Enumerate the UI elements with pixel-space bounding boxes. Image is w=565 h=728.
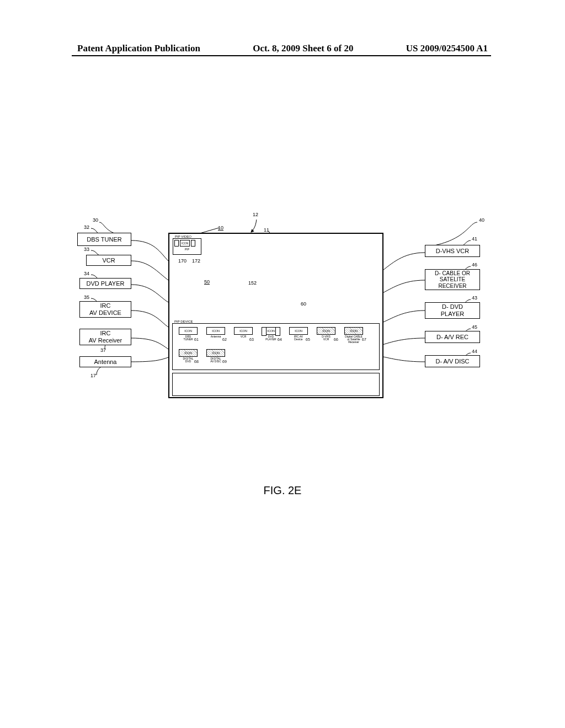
ref-170: 170 bbox=[178, 258, 186, 264]
device-vcr: VCR bbox=[86, 255, 131, 266]
pip-side-icon-right bbox=[191, 240, 195, 247]
ref-43: 43 bbox=[472, 295, 477, 301]
ref-37: 37 bbox=[100, 347, 106, 353]
icon-label-65: IRC AV Device bbox=[294, 335, 303, 341]
ref-10: 10 bbox=[218, 225, 223, 231]
device-dbs-tuner: DBS TUNER bbox=[77, 233, 131, 246]
icon-62: ICON bbox=[206, 327, 225, 335]
icon-label-64: DVD PLAYER bbox=[265, 335, 276, 341]
header-rule bbox=[72, 55, 491, 56]
ref-46: 46 bbox=[472, 262, 477, 267]
ref-152: 152 bbox=[248, 280, 257, 286]
header-left: Patent Application Publication bbox=[77, 43, 200, 54]
icon-label-69: DIGITAL AV DISC bbox=[210, 357, 221, 363]
icon-label-63: VCR bbox=[241, 335, 247, 338]
num-69: 69 bbox=[222, 360, 227, 363]
num-62: 62 bbox=[222, 338, 227, 341]
pip-video-box: PIP VIDEO ICON PIP bbox=[173, 238, 201, 255]
icon-row-1: ICON DBS TUNER ICON Antenna ICON VCR ICO… bbox=[173, 324, 379, 344]
figure-2e: DBS TUNER VCR DVD PLAYER IRC AV DEVICE I… bbox=[72, 220, 491, 457]
device-d-av-disc: D- A/V DISC bbox=[425, 355, 480, 367]
num-61: 61 bbox=[194, 338, 199, 341]
icon-label-66: D-VHS VCR bbox=[322, 335, 331, 341]
icon-68: ICON bbox=[179, 349, 198, 357]
ref-30: 30 bbox=[93, 217, 98, 223]
device-dvhs-vcr: D-VHS VCR bbox=[425, 245, 480, 257]
ref-33: 33 bbox=[84, 247, 89, 252]
ref-11: 11 bbox=[264, 227, 269, 233]
icon-label-67: Digital CABLE or Satellite Receiver bbox=[345, 335, 363, 344]
num-68: 68 bbox=[194, 360, 199, 363]
pip-video-title: PIP VIDEO bbox=[174, 235, 192, 238]
ref-17: 17 bbox=[90, 373, 96, 378]
page-header: Patent Application Publication Oct. 8, 2… bbox=[0, 43, 565, 54]
device-d-av-rec: D- A/V REC bbox=[425, 331, 480, 343]
num-67: 67 bbox=[362, 338, 366, 341]
device-irc-av-receiver: IRC AV Receiver bbox=[79, 329, 131, 345]
pip-device-title: PIP DEVICE bbox=[174, 320, 194, 323]
figure-caption: FIG. 2E bbox=[0, 484, 565, 497]
icon-67: ICON bbox=[344, 327, 363, 335]
device-antenna: Antenna bbox=[79, 356, 131, 367]
icon-label-62: Antenna bbox=[211, 335, 221, 338]
icon-label-61: DBS TUNER bbox=[183, 335, 193, 341]
ref-32: 32 bbox=[84, 224, 89, 230]
bottom-empty-panel bbox=[172, 373, 380, 396]
header-right: US 2009/0254500 A1 bbox=[406, 43, 488, 54]
header-center: Oct. 8, 2009 Sheet 6 of 20 bbox=[253, 43, 353, 54]
device-d-cable-sat: D- CABLE OR SATELITE RECEIVER bbox=[425, 269, 480, 290]
pip-icon: ICON bbox=[180, 240, 190, 247]
pip-sublabel: PIP bbox=[173, 248, 201, 251]
ref-50: 50 bbox=[204, 279, 210, 285]
icon-61: ICON bbox=[179, 327, 198, 335]
ref-34: 34 bbox=[84, 271, 89, 276]
ref-172: 172 bbox=[192, 258, 200, 264]
device-irc-av-device: IRC AV DEVICE bbox=[79, 301, 131, 318]
num-64: 64 bbox=[278, 338, 282, 341]
icon-row-2: ICON DIGITAL DVD ICON DIGITAL AV DISC bbox=[173, 344, 379, 363]
ref-41: 41 bbox=[472, 236, 477, 242]
icon-66: ICON bbox=[317, 327, 335, 335]
ref-35: 35 bbox=[84, 295, 89, 300]
icon-cell-67: ICON Digital CABLE or Satellite Receiver bbox=[343, 327, 365, 344]
ref-60: 60 bbox=[301, 301, 306, 307]
pip-side-icon-left bbox=[174, 240, 179, 247]
device-d-dvd-player: D- DVD PLAYER bbox=[425, 302, 480, 319]
ref-12: 12 bbox=[253, 212, 258, 217]
ref-45: 45 bbox=[472, 324, 477, 330]
num-63: 63 bbox=[249, 338, 254, 341]
icon-label-68: DIGITAL DVD bbox=[183, 357, 193, 363]
icon-63: ICON bbox=[234, 327, 253, 335]
device-dvd-player: DVD PLAYER bbox=[79, 278, 131, 289]
pip-device-panel: PIP DEVICE ICON DBS TUNER ICON Antenna I… bbox=[172, 323, 380, 370]
icon-65: ICON bbox=[289, 327, 308, 335]
icon-69: ICON bbox=[206, 349, 225, 357]
num-65: 65 bbox=[306, 338, 310, 341]
ref-44: 44 bbox=[472, 349, 477, 354]
icon-64: ICON bbox=[262, 327, 280, 335]
num-66: 66 bbox=[334, 338, 338, 341]
ref-40: 40 bbox=[479, 217, 484, 223]
